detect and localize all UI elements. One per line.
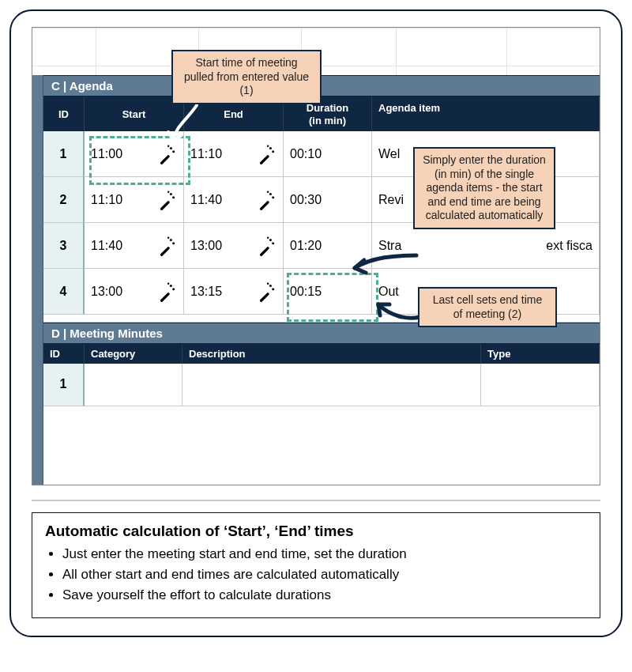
svg-point-7 — [267, 145, 269, 146]
svg-point-1 — [170, 147, 172, 149]
info-bullet: Just enter the meeting start and end tim… — [62, 546, 587, 562]
svg-point-10 — [172, 196, 175, 198]
cell-end[interactable]: 13:15 — [184, 269, 284, 315]
header-id: ID — [43, 97, 85, 131]
row-id[interactable]: 3 — [43, 223, 85, 269]
header-description: Description — [182, 345, 481, 364]
cell-end[interactable]: 11:10 — [184, 131, 284, 177]
svg-rect-28 — [259, 292, 269, 301]
header-start: Start — [85, 97, 184, 131]
minutes-row: 1 — [43, 364, 600, 406]
magic-wand-icon — [156, 190, 177, 210]
row-id[interactable]: 1 — [43, 131, 85, 177]
cell-start[interactable]: 11:10 — [85, 177, 184, 223]
row-id[interactable]: 2 — [43, 177, 85, 223]
cell-end[interactable]: 11:40 — [184, 177, 284, 223]
svg-rect-24 — [160, 292, 170, 301]
row-gutter — [32, 75, 43, 485]
svg-rect-12 — [259, 200, 269, 210]
callout-start-time: Start time of meeting pulled from entere… — [171, 50, 322, 104]
svg-point-23 — [267, 236, 269, 238]
cell-start[interactable]: 11:00 — [85, 131, 184, 177]
row-id[interactable]: 4 — [43, 269, 85, 315]
svg-point-27 — [167, 282, 169, 284]
svg-point-26 — [172, 288, 175, 290]
svg-point-2 — [172, 150, 175, 153]
cell-duration[interactable]: 00:30 — [284, 177, 372, 223]
svg-point-25 — [170, 285, 172, 287]
svg-rect-20 — [259, 246, 269, 255]
callout-duration-info: Simply enter the duration (in min) of th… — [413, 147, 555, 229]
callout-last-cell: Last cell sets end time of meeting (2) — [418, 287, 557, 327]
svg-rect-8 — [160, 200, 170, 210]
svg-point-19 — [167, 236, 169, 238]
cell-duration[interactable]: 00:15 — [284, 269, 372, 315]
svg-rect-0 — [160, 154, 170, 164]
minutes-rows: 1 — [43, 364, 600, 406]
cell-duration[interactable]: 01:20 — [284, 223, 372, 269]
svg-point-6 — [272, 150, 274, 153]
svg-point-18 — [172, 242, 175, 244]
feature-card: C | Agenda ID Start End Duration (in min… — [9, 9, 623, 637]
svg-point-5 — [269, 147, 272, 149]
agenda-section: C | Agenda ID Start End Duration (in min… — [43, 75, 600, 406]
magic-wand-icon — [256, 236, 276, 256]
svg-rect-4 — [259, 154, 269, 164]
svg-point-31 — [267, 282, 269, 284]
svg-point-3 — [167, 145, 169, 146]
svg-point-15 — [267, 191, 269, 192]
cell-agenda-item[interactable]: Stra ext fisca — [372, 223, 600, 269]
header-agenda-item: Agenda item — [372, 97, 600, 131]
cell-type[interactable] — [481, 364, 600, 406]
svg-point-21 — [269, 239, 272, 241]
svg-point-14 — [272, 196, 274, 198]
cell-start[interactable]: 11:40 — [85, 223, 184, 269]
svg-point-17 — [170, 239, 172, 241]
screenshot-frame: C | Agenda ID Start End Duration (in min… — [32, 27, 600, 485]
header-type: Type — [481, 345, 600, 364]
svg-point-11 — [167, 191, 169, 192]
magic-wand-icon — [156, 236, 177, 256]
svg-point-9 — [170, 193, 172, 195]
info-box: Automatic calculation of ‘Start’, ‘End’ … — [32, 512, 600, 618]
minutes-header-row: ID Category Description Type — [43, 345, 600, 364]
row-id[interactable]: 1 — [43, 364, 85, 406]
header-category: Category — [85, 345, 182, 364]
svg-point-13 — [269, 193, 272, 195]
cell-start[interactable]: 13:00 — [85, 269, 184, 315]
svg-point-30 — [272, 288, 274, 290]
svg-rect-16 — [160, 246, 170, 255]
svg-point-22 — [272, 242, 274, 244]
cell-duration[interactable]: 00:10 — [284, 131, 372, 177]
cell-end[interactable]: 13:00 — [184, 223, 284, 269]
info-bullet: All other start and end times are calcul… — [62, 567, 587, 583]
agenda-header-row: ID Start End Duration (in min) Agenda it… — [43, 97, 600, 131]
magic-wand-icon — [256, 144, 276, 164]
svg-point-29 — [269, 285, 272, 287]
magic-wand-icon — [256, 190, 276, 210]
divider — [32, 500, 600, 501]
agenda-section-title: C | Agenda — [43, 75, 600, 97]
info-bullets: Just enter the meeting start and end tim… — [45, 546, 587, 603]
cell-category[interactable] — [85, 364, 182, 406]
magic-wand-icon — [156, 144, 177, 164]
cell-description[interactable] — [182, 364, 481, 406]
magic-wand-icon — [256, 281, 276, 302]
header-id: ID — [43, 345, 85, 364]
magic-wand-icon — [156, 281, 177, 302]
info-title: Automatic calculation of ‘Start’, ‘End’ … — [45, 523, 587, 540]
agenda-row: 3 11:40 13:00 01:20 Stra ext fisca — [43, 223, 600, 269]
info-bullet: Save yourself the effort to calculate du… — [62, 587, 587, 603]
